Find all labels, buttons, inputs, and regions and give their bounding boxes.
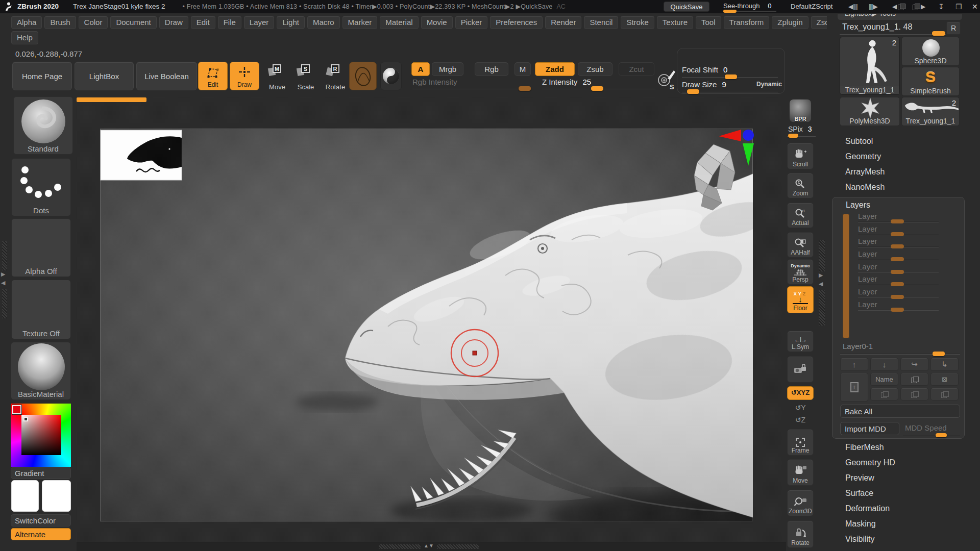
layer-row[interactable]: Layer — [858, 300, 945, 313]
lightbox-drag-bar[interactable] — [77, 97, 146, 102]
mdd-speed-handle[interactable] — [936, 433, 947, 437]
left-divider-open-icon[interactable]: ▶ — [1, 271, 5, 278]
menu-item[interactable]: Movie — [421, 16, 453, 29]
clipped-header-button[interactable]: Lightbox▶ Tools — [837, 14, 963, 20]
shelf-collapse-left-icon[interactable]: ◀|||| — [848, 0, 857, 13]
aahalf-button[interactable]: AAHalf — [787, 232, 814, 258]
menu-item[interactable]: Zplugin — [772, 16, 808, 29]
zscript-button[interactable]: DefaultZScript — [791, 3, 832, 10]
focal-shift-handle[interactable] — [725, 74, 737, 79]
layer-name-button[interactable]: Name — [870, 373, 898, 386]
current-material-button[interactable]: BasicMaterial — [11, 342, 71, 400]
zsub-button[interactable]: Zsub — [578, 62, 612, 76]
home-page-button[interactable]: Home Page — [12, 62, 72, 90]
layer-branch-button[interactable]: ↳ — [930, 358, 959, 371]
secondary-color-swatch[interactable] — [42, 480, 71, 512]
rgb-intensity-handle[interactable] — [519, 86, 531, 91]
layer-row[interactable]: Layer — [858, 262, 945, 275]
layer-row[interactable]: Layer — [858, 274, 945, 287]
layer-down-button[interactable]: ↓ — [870, 358, 898, 371]
r-reset-button[interactable]: R — [946, 21, 961, 35]
shelf-collapse-right-icon[interactable]: ||||▶ — [869, 0, 878, 13]
tool-thumb-trex-side[interactable]: 2 Trex_young1_1 — [901, 97, 960, 126]
dock-windows-right-icon[interactable]: ▶ — [913, 0, 925, 13]
live-boolean-button[interactable]: Live Boolean — [136, 62, 197, 90]
left-divider-close-icon[interactable]: ◀ — [1, 280, 5, 286]
layer-slider-handle[interactable] — [891, 282, 904, 286]
section-header[interactable]: ArrayMesh — [845, 167, 885, 177]
tool-name-handle[interactable] — [932, 31, 945, 36]
menu-item[interactable]: Stencil — [584, 16, 618, 29]
gradient-button[interactable]: Gradient — [11, 467, 71, 479]
rotate-view-button[interactable]: Rotate — [787, 520, 814, 548]
dock-windows-left-icon[interactable]: ◀ — [892, 0, 905, 13]
persp-button[interactable]: Dynamic Persp — [787, 259, 814, 285]
rotate-button[interactable]: R Rotate — [323, 63, 348, 91]
bottom-tray-toggle-icon[interactable]: ▲▼ — [424, 543, 434, 548]
gizmo-x-axis[interactable] — [719, 130, 741, 141]
rgb-intensity-slider[interactable] — [412, 88, 531, 89]
duplicate-layer-button[interactable] — [900, 373, 928, 386]
scroll-tool-button[interactable]: Scroll — [787, 143, 814, 169]
menu-item[interactable]: File — [218, 16, 241, 29]
zoom3d-button[interactable]: Zoom3D — [787, 490, 814, 516]
minimize-icon[interactable]: ↧ — [938, 0, 944, 13]
see-through-track[interactable] — [723, 11, 776, 12]
layer-row[interactable]: Layer — [858, 212, 945, 224]
zadd-button[interactable]: Zadd — [535, 62, 575, 76]
rotate-y-button[interactable]: ↺Y — [787, 402, 814, 413]
scene-3d[interactable] — [77, 97, 786, 551]
left-divider-hatch[interactable] — [2, 289, 7, 318]
tool-thumb-simplebrush[interactable]: S SimpleBrush — [901, 67, 960, 96]
m-button[interactable]: M — [514, 62, 531, 76]
layer-row[interactable]: Layer — [858, 287, 945, 300]
see-through-slider[interactable]: See-through 0 — [723, 2, 771, 10]
menu-item[interactable]: Macro — [307, 16, 340, 29]
section-header[interactable]: FiberMesh — [845, 443, 884, 452]
actual-size-button[interactable]: x1 Actual — [787, 203, 814, 228]
right-divider-hatch[interactable] — [819, 240, 825, 271]
flatten-button[interactable] — [930, 388, 959, 400]
rotate-xyz-button[interactable]: ↺XYZ — [787, 386, 814, 400]
section-header[interactable]: Preview — [845, 473, 874, 483]
section-header[interactable]: Geometry — [845, 152, 881, 161]
section-header[interactable]: Visibility — [845, 535, 875, 544]
z-intensity-handle[interactable] — [591, 86, 603, 91]
delete-layer-button[interactable]: ⊠ — [930, 373, 959, 386]
main-color-swatch[interactable] — [11, 480, 39, 512]
see-through-handle[interactable] — [723, 10, 737, 13]
bake-all-button[interactable]: Bake All — [840, 405, 960, 418]
section-header[interactable]: NanoMesh — [845, 183, 885, 192]
menu-item[interactable]: Edit — [191, 16, 215, 29]
active-layer-slider[interactable] — [840, 354, 960, 355]
switch-color-button[interactable]: SwitchColor — [11, 514, 71, 527]
right-divider-close-icon[interactable]: ◀ — [819, 281, 823, 287]
right-divider-open-icon[interactable]: ▶ — [819, 272, 823, 279]
material-preview-button[interactable] — [380, 62, 402, 90]
layer-slider-handle[interactable] — [891, 232, 904, 236]
gizmo-z-axis[interactable] — [743, 130, 754, 141]
menu-item[interactable]: Alpha — [11, 16, 42, 29]
left-divider-hatch[interactable] — [2, 241, 7, 270]
camera-lock-button[interactable] — [787, 356, 814, 383]
new-layer-button[interactable]: + — [840, 373, 868, 402]
menu-item[interactable]: Texture — [657, 16, 693, 29]
merge-down-button[interactable] — [900, 388, 928, 400]
layer-slider-handle[interactable] — [891, 219, 904, 223]
menu-item[interactable]: Render — [545, 16, 581, 29]
current-stroke-button[interactable]: Dots — [11, 158, 71, 216]
current-alpha-button[interactable]: Alpha Off — [11, 218, 71, 277]
draw-size-slider[interactable] — [682, 91, 778, 92]
alpha-channel-button[interactable]: A — [411, 62, 430, 76]
color-cursor[interactable] — [23, 417, 28, 421]
color-picker[interactable] — [11, 404, 71, 467]
menu-item[interactable]: Transform — [724, 16, 770, 29]
mrgb-button[interactable]: Mrgb — [432, 62, 463, 76]
z-intensity-slider[interactable] — [542, 88, 655, 89]
right-divider-hatch[interactable] — [819, 290, 825, 325]
tool-name-slider[interactable] — [840, 34, 946, 35]
layers-scrollbar[interactable] — [843, 214, 849, 338]
layer-row[interactable]: Layer — [858, 237, 945, 249]
tool-thumb-sphere3d[interactable]: Sphere3D — [901, 37, 960, 66]
rgb-button[interactable]: Rgb — [475, 62, 508, 76]
